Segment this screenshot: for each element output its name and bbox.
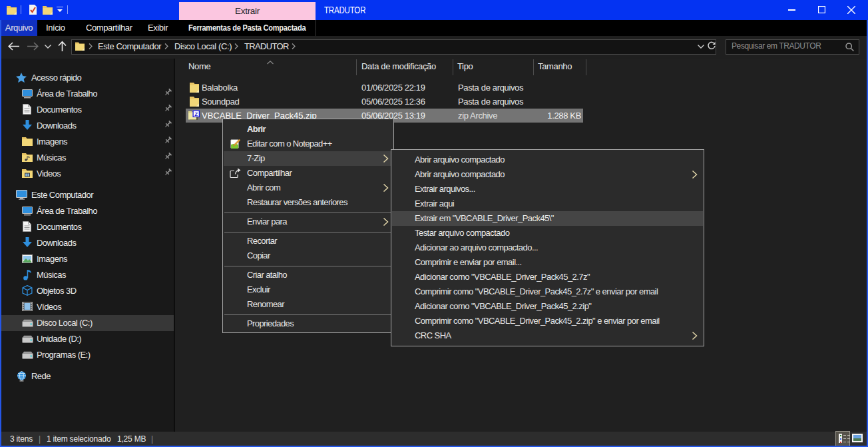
svg-text:Z: Z xyxy=(194,111,198,117)
